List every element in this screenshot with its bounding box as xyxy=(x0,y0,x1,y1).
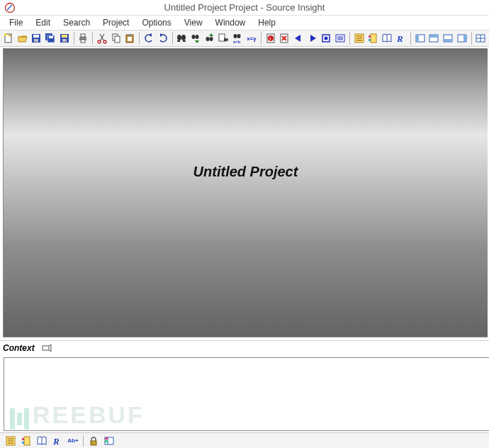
svg-rect-15 xyxy=(81,40,85,43)
menu-help[interactable]: Help xyxy=(252,16,282,29)
svg-rect-79 xyxy=(24,437,30,445)
menu-options[interactable]: Options xyxy=(135,16,177,29)
new-file-icon[interactable] xyxy=(2,31,15,45)
status-bar: RAb+ xyxy=(0,432,489,448)
bookmark-error-icon[interactable]: ! xyxy=(264,31,277,45)
svg-rect-60 xyxy=(369,39,371,41)
status-list-box-icon[interactable] xyxy=(102,434,116,448)
svg-point-0 xyxy=(6,3,15,12)
nav-fwd-icon[interactable] xyxy=(306,31,319,45)
svg-point-38 xyxy=(227,38,228,41)
status-relation-r-icon[interactable]: R xyxy=(50,434,64,448)
svg-point-17 xyxy=(103,40,106,43)
menu-window[interactable]: Window xyxy=(209,16,252,29)
svg-marker-47 xyxy=(310,35,316,42)
svg-point-30 xyxy=(192,35,196,39)
toolbar-separator xyxy=(349,32,350,45)
status-abplus-icon[interactable]: Ab+ xyxy=(66,434,80,448)
title-bar: Untitled Project Project - Source Insigh… xyxy=(0,0,489,16)
print-icon[interactable] xyxy=(77,31,89,45)
undo-icon[interactable] xyxy=(142,31,155,45)
status-lock-icon[interactable] xyxy=(86,434,101,448)
svg-marker-46 xyxy=(295,35,300,42)
nav-back-icon[interactable] xyxy=(292,31,305,45)
menu-view[interactable]: View xyxy=(178,16,209,29)
toolbar-separator xyxy=(471,32,472,45)
bookmark-delete-icon[interactable] xyxy=(278,31,291,45)
menu-project[interactable]: Project xyxy=(96,16,135,29)
open-file-icon[interactable] xyxy=(16,31,29,45)
find-next-icon[interactable] xyxy=(189,31,202,45)
context-options-icon[interactable] xyxy=(40,341,54,355)
menu-edit[interactable]: Edit xyxy=(29,16,57,29)
cut-icon[interactable] xyxy=(96,31,108,45)
nav-list-icon[interactable] xyxy=(334,31,347,45)
panel-tile-icon[interactable] xyxy=(474,31,487,45)
menu-search[interactable]: Search xyxy=(57,16,96,29)
panel-right-icon[interactable] xyxy=(456,31,468,45)
svg-rect-27 xyxy=(181,37,182,38)
window-title: Untitled Project Project - Source Insigh… xyxy=(16,2,489,13)
rename-icon[interactable]: x=y xyxy=(245,31,258,45)
svg-point-49 xyxy=(325,37,328,40)
svg-marker-32 xyxy=(195,40,199,43)
toolbar-separator xyxy=(92,32,93,45)
status-project-symbols-icon[interactable] xyxy=(19,434,33,448)
svg-rect-66 xyxy=(429,35,438,38)
svg-text:R: R xyxy=(52,436,60,447)
toolbar-separator xyxy=(139,32,140,45)
context-panel-body-wrap xyxy=(0,354,489,431)
svg-rect-81 xyxy=(22,442,24,444)
close-file-icon[interactable] xyxy=(58,31,71,45)
toolbar-separator xyxy=(261,32,262,45)
panel-bottom-icon[interactable] xyxy=(442,31,454,45)
svg-rect-36 xyxy=(219,34,225,41)
svg-point-39 xyxy=(234,34,237,38)
svg-rect-87 xyxy=(105,437,108,439)
find-in-files-icon[interactable] xyxy=(218,31,230,45)
svg-rect-14 xyxy=(81,34,85,37)
copy-icon[interactable] xyxy=(110,31,123,45)
context-label: Context xyxy=(3,343,35,353)
relation-r-icon[interactable]: R xyxy=(395,31,408,45)
save-all-icon[interactable] xyxy=(44,31,57,45)
panel-top-icon[interactable] xyxy=(427,31,440,45)
svg-rect-80 xyxy=(22,438,24,440)
svg-point-33 xyxy=(206,37,209,41)
status-symbol-window-icon[interactable] xyxy=(4,434,18,448)
workspace: Untitled Project xyxy=(0,47,489,339)
find-prev-icon[interactable] xyxy=(203,31,216,45)
svg-text:a=b: a=b xyxy=(233,40,241,44)
context-panel-body[interactable] xyxy=(4,357,489,431)
project-symbols-icon[interactable] xyxy=(367,31,380,45)
svg-rect-21 xyxy=(128,34,131,36)
paste-icon[interactable] xyxy=(124,31,137,45)
svg-text:R: R xyxy=(396,33,403,44)
status-browse-book-icon[interactable] xyxy=(35,434,49,448)
save-file-icon[interactable] xyxy=(30,31,43,45)
svg-point-16 xyxy=(98,40,101,43)
nav-record-icon[interactable] xyxy=(320,31,333,45)
replace-icon[interactable]: a=b xyxy=(231,31,244,45)
svg-point-40 xyxy=(237,34,241,38)
svg-rect-6 xyxy=(34,39,38,42)
statusbar-separator xyxy=(83,435,84,447)
svg-point-34 xyxy=(209,37,213,41)
document-title: Untitled Project xyxy=(193,164,298,180)
toolbar-separator xyxy=(74,32,74,45)
menu-file[interactable]: File xyxy=(3,16,29,29)
svg-point-31 xyxy=(196,35,199,39)
browse-book-icon[interactable] xyxy=(381,31,393,45)
main-toolbar: a=bx=y!R xyxy=(0,30,489,47)
redo-icon[interactable] xyxy=(157,31,169,45)
svg-rect-84 xyxy=(91,441,96,445)
svg-rect-70 xyxy=(463,35,466,42)
svg-rect-74 xyxy=(43,346,49,350)
find-icon[interactable] xyxy=(175,31,188,45)
symbol-window-icon[interactable] xyxy=(353,31,366,45)
panel-left-icon[interactable] xyxy=(414,31,427,45)
svg-text:!: ! xyxy=(269,37,271,41)
svg-rect-88 xyxy=(105,440,108,442)
app-icon xyxy=(4,2,16,13)
document-window[interactable]: Untitled Project xyxy=(3,48,488,337)
